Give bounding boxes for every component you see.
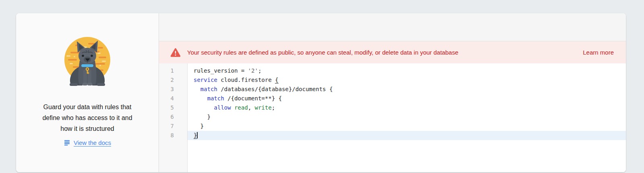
learn-more-link[interactable]: Learn more xyxy=(583,49,614,56)
code-area[interactable]: rules_version = '2';service cloud.firest… xyxy=(188,63,626,172)
code-token-keyword: allow xyxy=(214,104,231,111)
code-token-plain: ; xyxy=(272,104,275,111)
code-token-keyword: match xyxy=(207,95,224,102)
line-number: 6 xyxy=(159,112,174,122)
line-number: 5 xyxy=(159,103,174,112)
code-token-plain: rules_version = xyxy=(194,67,248,74)
line-number-gutter: 12345678 xyxy=(159,63,188,172)
code-token-plain: /databases/{database}/documents { xyxy=(217,86,333,92)
text-cursor xyxy=(197,132,198,138)
code-token-plain: /{document=**} { xyxy=(224,95,282,102)
code-line[interactable]: } xyxy=(188,112,626,122)
code-token-keyword: match xyxy=(200,86,217,92)
guard-dog-illustration xyxy=(63,37,111,87)
rules-description-line: define who has access to it and xyxy=(42,112,132,123)
code-token-plain: ; xyxy=(258,67,261,74)
code-token-def: write xyxy=(255,104,272,111)
line-number: 2 xyxy=(159,75,174,85)
line-number: 3 xyxy=(159,85,174,94)
rules-description-line: how it is structured xyxy=(42,123,132,134)
line-number: 1 xyxy=(159,66,174,75)
code-token-string: '2' xyxy=(248,67,258,74)
code-line[interactable]: service cloud.firestore { xyxy=(188,75,626,85)
line-number: 7 xyxy=(159,122,174,131)
line-number: 4 xyxy=(159,94,174,103)
code-token-plain: } xyxy=(194,123,204,129)
code-token-plain: } xyxy=(194,114,211,120)
code-token-plain: cloud.firestore xyxy=(217,77,275,83)
code-line[interactable]: allow read, write; xyxy=(188,103,626,112)
code-token-keyword: service xyxy=(194,77,217,83)
rules-code-editor[interactable]: 12345678 rules_version = '2';service clo… xyxy=(159,63,626,172)
rules-description-line: Guard your data with rules that xyxy=(42,102,132,112)
code-line[interactable]: rules_version = '2'; xyxy=(188,66,626,75)
code-token-bracket-match: } xyxy=(194,132,197,139)
view-docs-link[interactable]: View the docs xyxy=(64,139,111,146)
warning-message: Your security rules are defined as publi… xyxy=(187,49,458,56)
rules-description: Guard your data with rules that define w… xyxy=(42,102,132,134)
rules-info-panel: Guard your data with rules that define w… xyxy=(16,13,159,172)
code-line[interactable]: match /{document=**} { xyxy=(188,94,626,103)
code-token-plain xyxy=(194,104,214,111)
warning-triangle-icon xyxy=(170,48,181,57)
code-token-plain xyxy=(194,95,207,102)
public-rules-warning-banner: Your security rules are defined as publi… xyxy=(159,41,626,63)
code-line[interactable]: } xyxy=(188,122,626,131)
editor-toolbar-strip xyxy=(159,13,626,41)
code-token-plain xyxy=(194,86,200,92)
line-number: 8 xyxy=(159,131,174,140)
code-token-plain xyxy=(231,104,234,111)
code-token-def: read xyxy=(234,104,248,111)
view-docs-link-label[interactable]: View the docs xyxy=(74,139,111,146)
code-line[interactable]: match /databases/{database}/documents { xyxy=(188,85,626,94)
code-line[interactable]: } xyxy=(188,131,626,140)
code-token-plain: , xyxy=(248,104,255,111)
docs-lines-icon xyxy=(64,139,70,146)
code-token-bracket-match: { xyxy=(275,77,278,83)
rules-editor-panel: Your security rules are defined as publi… xyxy=(159,13,626,172)
rules-card: Guard your data with rules that define w… xyxy=(16,13,626,172)
